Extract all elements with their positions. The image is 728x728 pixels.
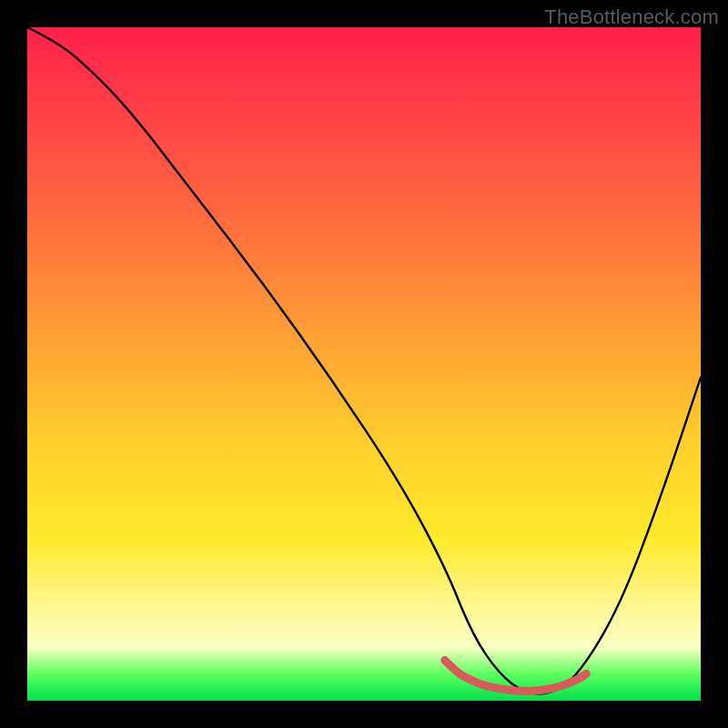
watermark-text: TheBottleneck.com (544, 5, 719, 29)
plot-area (27, 27, 701, 701)
bottleneck-curve (27, 27, 701, 694)
chart-frame: TheBottleneck.com (0, 0, 728, 728)
curve-layer (27, 27, 701, 701)
